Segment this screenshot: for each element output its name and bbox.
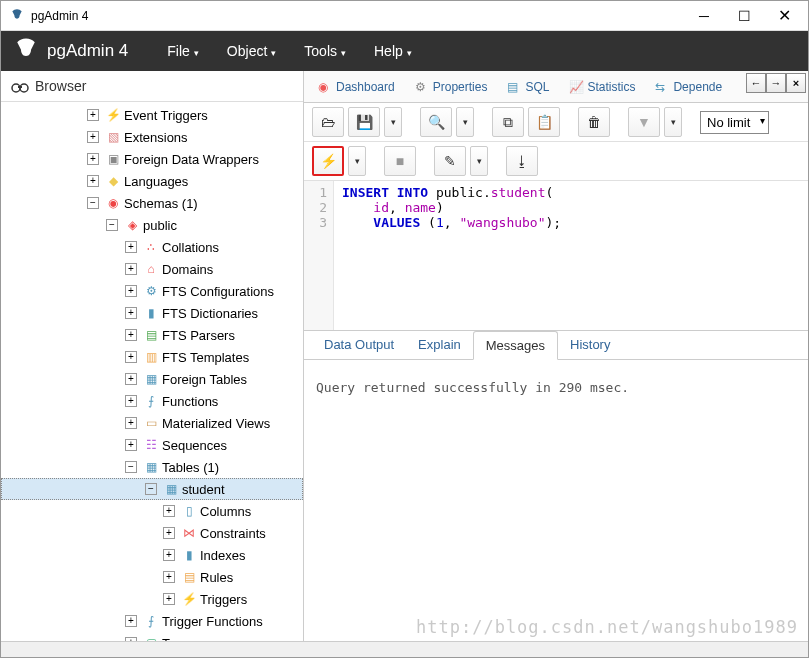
browser-title: Browser (35, 78, 86, 94)
edit-button[interactable]: ✎ (434, 146, 466, 176)
tree-item-materialized-views[interactable]: +▭Materialized Views (1, 412, 303, 434)
tab-prev-button[interactable]: ← (746, 73, 766, 93)
trigger-icon: ⚡ (105, 107, 121, 123)
query-toolbar-2: ⚡ ▾ ■ ✎ ▾ ⭳ (304, 142, 808, 181)
close-button[interactable]: ✕ (764, 2, 804, 30)
tree-item-tables[interactable]: −▦Tables (1) (1, 456, 303, 478)
tree-item-indexes[interactable]: +▮Indexes (1, 544, 303, 566)
tree-item-sequences[interactable]: +☷Sequences (1, 434, 303, 456)
tree-item-foreign-data-wrappers[interactable]: +▣Foreign Data Wrappers (1, 148, 303, 170)
download-button[interactable]: ⭳ (506, 146, 538, 176)
app-logo-icon (9, 8, 25, 24)
maximize-button[interactable]: ☐ (724, 2, 764, 30)
language-icon: ◆ (105, 173, 121, 189)
editor-code[interactable]: INSERT INTO public.student( id, name) VA… (334, 181, 569, 330)
tree-item-domains[interactable]: +⌂Domains (1, 258, 303, 280)
window-title: pgAdmin 4 (31, 9, 684, 23)
sql-editor[interactable]: 1 2 3 INSERT INTO public.student( id, na… (304, 181, 808, 331)
tree-item-functions[interactable]: +⨍Functions (1, 390, 303, 412)
table-icon: ▦ (163, 481, 179, 497)
tree-item-extensions[interactable]: +▧Extensions (1, 126, 303, 148)
tab-properties[interactable]: ⚙Properties (405, 71, 498, 102)
object-tree[interactable]: +⚡Event Triggers +▧Extensions +▣Foreign … (1, 102, 303, 641)
filter-button[interactable]: ▼ (628, 107, 660, 137)
delete-button[interactable]: 🗑 (578, 107, 610, 137)
editor-gutter: 1 2 3 (304, 181, 334, 330)
tree-item-languages[interactable]: +◆Languages (1, 170, 303, 192)
tables-icon: ▦ (143, 459, 159, 475)
result-tab-messages[interactable]: Messages (473, 331, 558, 360)
tree-item-columns[interactable]: +▯Columns (1, 500, 303, 522)
trash-icon: 🗑 (587, 114, 601, 130)
tree-item-triggers[interactable]: +⚡Triggers (1, 588, 303, 610)
status-bar (1, 641, 808, 657)
paste-icon: 📋 (536, 114, 553, 130)
tab-next-button[interactable]: → (766, 73, 786, 93)
menu-object[interactable]: Object▾ (213, 43, 290, 59)
dashboard-icon: ◉ (318, 80, 332, 94)
menu-file[interactable]: File▾ (153, 43, 213, 59)
tree-item-fts-configurations[interactable]: +⚙FTS Configurations (1, 280, 303, 302)
result-tab-explain[interactable]: Explain (406, 331, 473, 359)
tree-item-types[interactable]: +▢Types (1, 632, 303, 641)
menu-help[interactable]: Help▾ (360, 43, 426, 59)
svg-rect-2 (18, 86, 22, 88)
find-dropdown-button[interactable]: ▾ (456, 107, 474, 137)
open-file-button[interactable]: 🗁 (312, 107, 344, 137)
stop-button[interactable]: ■ (384, 146, 416, 176)
result-tab-history[interactable]: History (558, 331, 622, 359)
main-panel: ← → × ◉Dashboard ⚙Properties ▤SQL 📈Stati… (304, 71, 808, 641)
save-dropdown-button[interactable]: ▾ (384, 107, 402, 137)
result-tab-data-output[interactable]: Data Output (312, 331, 406, 359)
tab-dependencies[interactable]: ⇆Depende (645, 71, 732, 102)
execute-dropdown-button[interactable]: ▾ (348, 146, 366, 176)
paste-button[interactable]: 📋 (528, 107, 560, 137)
query-result-message: Query returned successfully in 290 msec. (316, 380, 629, 395)
tree-item-fts-parsers[interactable]: +▤FTS Parsers (1, 324, 303, 346)
minimize-button[interactable]: ─ (684, 2, 724, 30)
download-icon: ⭳ (515, 153, 529, 169)
fts-conf-icon: ⚙ (143, 283, 159, 299)
fts-dict-icon: ▮ (143, 305, 159, 321)
find-button[interactable]: 🔍 (420, 107, 452, 137)
search-icon: 🔍 (428, 114, 445, 130)
tree-item-fts-templates[interactable]: +▥FTS Templates (1, 346, 303, 368)
fts-parser-icon: ▤ (143, 327, 159, 343)
browser-header: Browser (1, 71, 303, 102)
filter-dropdown-button[interactable]: ▾ (664, 107, 682, 137)
collation-icon: ∴ (143, 239, 159, 255)
browser-panel: Browser +⚡Event Triggers +▧Extensions +▣… (1, 71, 304, 641)
tree-item-trigger-functions[interactable]: +⨍Trigger Functions (1, 610, 303, 632)
fdw-icon: ▣ (105, 151, 121, 167)
stop-icon: ■ (396, 153, 404, 169)
row-limit-select[interactable]: No limit (700, 111, 769, 134)
query-toolbar-1: 🗁 💾 ▾ 🔍 ▾ ⧉ 📋 🗑 ▼ ▾ No limit (304, 103, 808, 142)
tab-sql[interactable]: ▤SQL (497, 71, 559, 102)
window-titlebar: pgAdmin 4 ─ ☐ ✕ (1, 1, 808, 31)
constraint-icon: ⋈ (181, 525, 197, 541)
tree-item-collations[interactable]: +∴Collations (1, 236, 303, 258)
matview-icon: ▭ (143, 415, 159, 431)
tree-item-student[interactable]: −▦student (1, 478, 303, 500)
tree-item-schemas[interactable]: −◉Schemas (1) (1, 192, 303, 214)
execute-button[interactable]: ⚡ (312, 146, 344, 176)
watermark-text: http://blog.csdn.net/wangshubo1989 (406, 613, 808, 641)
properties-icon: ⚙ (415, 80, 429, 94)
tree-item-event-triggers[interactable]: +⚡Event Triggers (1, 104, 303, 126)
tree-item-fts-dictionaries[interactable]: +▮FTS Dictionaries (1, 302, 303, 324)
tree-item-rules[interactable]: +▤Rules (1, 566, 303, 588)
menu-tools[interactable]: Tools▾ (290, 43, 360, 59)
tree-item-public[interactable]: −◈public (1, 214, 303, 236)
index-icon: ▮ (181, 547, 197, 563)
copy-button[interactable]: ⧉ (492, 107, 524, 137)
sql-icon: ▤ (507, 80, 521, 94)
tree-item-foreign-tables[interactable]: +▦Foreign Tables (1, 368, 303, 390)
tab-dashboard[interactable]: ◉Dashboard (308, 71, 405, 102)
result-tabs: Data Output Explain Messages History (304, 331, 808, 360)
tab-close-button[interactable]: × (786, 73, 806, 93)
tab-statistics[interactable]: 📈Statistics (559, 71, 645, 102)
tree-item-constraints[interactable]: +⋈Constraints (1, 522, 303, 544)
elephant-logo-icon (11, 36, 41, 66)
edit-dropdown-button[interactable]: ▾ (470, 146, 488, 176)
save-button[interactable]: 💾 (348, 107, 380, 137)
